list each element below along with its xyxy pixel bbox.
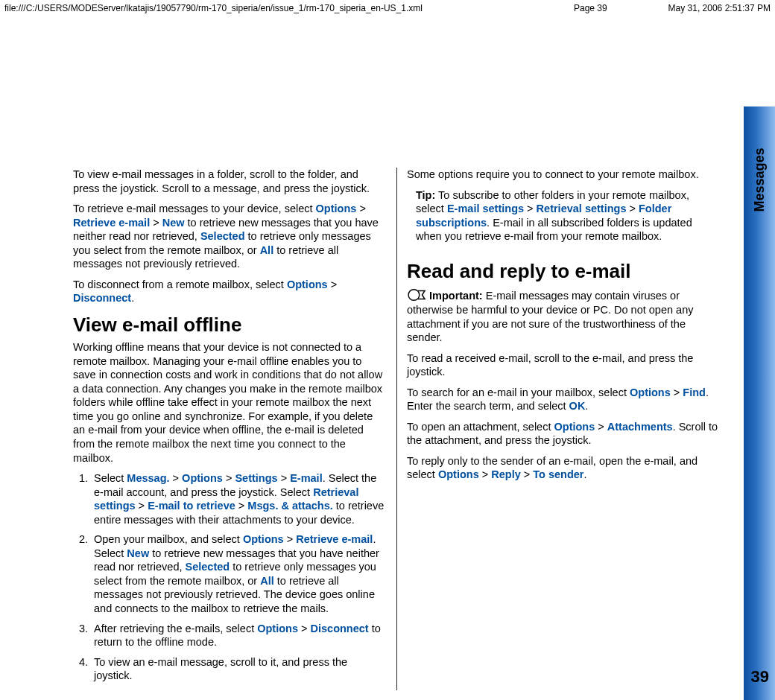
ui-term: Settings [235,472,277,484]
body-text: To retrieve e-mail messages to your devi… [73,202,386,271]
body-text: To disconnect from a remote mailbox, sel… [73,278,386,305]
ui-term: Retrieve e-mail [73,217,150,229]
ui-term: Attachments [607,421,673,433]
list-item: Select Messag. > Options > Settings > E-… [91,471,386,526]
ui-term: All [260,244,274,256]
list-item: To view an e-mail message, scroll to it,… [91,655,386,683]
timestamp: May 31, 2006 2:51:37 PM [668,3,771,13]
ui-term: Options [630,386,671,398]
body-text: Working offline means that your device i… [73,340,386,465]
ui-term: Options [554,421,595,433]
section-heading: Read and reply to e-mail [407,259,720,284]
body-text: To search for an e-mail in your mailbox,… [407,386,720,413]
ui-term: Selected [200,230,245,242]
ui-term: OK [569,400,586,412]
ui-term: Selected [186,561,230,573]
important-icon [407,287,428,303]
ui-term: Options [316,203,357,214]
body-text: To reply only to the sender of an e-mail… [407,454,720,482]
ui-term: To sender [533,468,583,480]
list-item: After retrieving the e-mails, select Opt… [91,622,386,649]
ui-term: Reply [491,468,521,480]
important-label: Important: [407,290,486,302]
ui-term: Options [438,468,479,480]
numbered-list: Select Messag. > Options > Settings > E-… [73,471,386,683]
file-path: file:///C:/USERS/MODEServer/lkatajis/190… [4,3,423,13]
ui-term: Options [243,533,284,545]
ui-term: E-mail [290,472,323,484]
list-item: Open your mailbox, and select Options > … [91,532,386,615]
body-text: To open an attachment, select Options > … [407,420,720,448]
body-text: To read a received e-mail, scroll to the… [407,351,720,379]
ui-term: Retrieval settings [537,203,627,214]
section-heading: View e-mail offline [73,313,386,337]
ui-term: E-mail settings [447,203,524,214]
ui-term: New [162,217,185,229]
ui-term: Messag. [127,472,169,484]
ui-term: Options [182,472,223,484]
page-label: Page 39 [574,3,607,13]
ui-term: Retrieve e-mail [296,533,373,545]
page-body: To view e-mail messages in a folder, scr… [73,168,720,690]
important-block: Important: E-mail messages may contain v… [407,287,720,345]
ui-term: New [127,547,149,559]
ui-term: Options [287,279,328,290]
ui-term: All [260,575,274,587]
ui-term: E-mail to retrieve [148,500,235,512]
tip-block: Tip: To subscribe to other folders in yo… [407,188,720,250]
side-tab: Messages 39 [744,106,775,700]
ui-term: Find [683,386,706,398]
svg-point-8 [408,290,420,301]
ui-term: Options [257,623,298,634]
ui-term: Disconnect [311,623,369,634]
body-text: Some options require you to connect to y… [407,168,720,182]
side-tab-label: Messages [752,147,768,211]
page-number: 39 [751,667,769,687]
tip-text: Tip: To subscribe to other folders in yo… [416,188,720,244]
ui-term: Disconnect [73,292,131,304]
ui-term: Msgs. & attachs. [247,500,332,512]
body-text: To view e-mail messages in a folder, scr… [73,168,386,195]
